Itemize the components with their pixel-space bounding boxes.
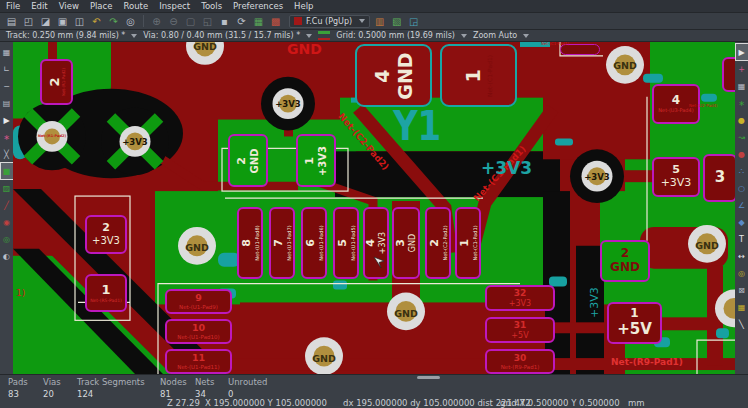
- via-r1-label[interactable]: Net-(R1-Pad2): [30, 135, 74, 139]
- text-tool-icon[interactable]: T: [736, 231, 748, 247]
- via-3v3-label[interactable]: +3V3: [575, 173, 619, 182]
- route-differential-icon[interactable]: ↝: [736, 129, 748, 145]
- open-board-icon[interactable]: ◰: [21, 14, 36, 28]
- place-via-icon[interactable]: ●: [736, 146, 748, 162]
- menu-preferences[interactable]: Preferences: [233, 1, 283, 11]
- grid-settings-icon[interactable]: ▦: [1, 44, 13, 60]
- pad-xtal-1[interactable]: 1+3V3: [296, 134, 336, 187]
- grid-select[interactable]: Grid: 0.5000 mm (19.69 mils): [336, 31, 467, 40]
- pad-30[interactable]: 30Net-(R9-Pad1): [485, 349, 555, 374]
- menu-file[interactable]: File: [6, 1, 20, 11]
- pad-y1-4[interactable]: 4GND: [355, 44, 432, 107]
- pad-u1-10[interactable]: 10Net-(U1-Pad10): [165, 319, 232, 344]
- draw-polygon-icon[interactable]: ◆: [736, 214, 748, 230]
- draw-arc-icon[interactable]: ∠: [736, 197, 748, 213]
- polar-coords-icon[interactable]: −: [1, 78, 13, 94]
- net-r9-pad1-label[interactable]: Net-(R9-Pad1): [611, 358, 683, 367]
- select-tool-icon[interactable]: ▶: [736, 44, 748, 60]
- refresh-icon[interactable]: ⟳: [234, 14, 249, 28]
- pad-u1-5[interactable]: 5Net-(U1-Pad5): [333, 207, 359, 279]
- net-u2-small-label[interactable]: Net-(U2-Pad4): [689, 104, 717, 108]
- pad-r1-2[interactable]: 2Net-(R1-Pad2): [40, 59, 73, 105]
- pad-partial-tr[interactable]: [722, 57, 735, 92]
- measure-units-icon[interactable]: ∟: [1, 61, 13, 77]
- pad-5v-1[interactable]: 1+5V: [607, 302, 662, 344]
- track-width-select[interactable]: Track: 0.250 mm (9.84 mils) *: [6, 31, 137, 40]
- pad-u1-7[interactable]: 7Net-(U1-Pad7): [269, 207, 295, 279]
- via-size-select[interactable]: Via: 0.80 / 0.40 mm (31.5 / 15.7 mils) *: [143, 31, 312, 40]
- pad-31[interactable]: 31+5V: [485, 317, 555, 343]
- delete-tool-icon[interactable]: ⊠: [736, 282, 748, 298]
- zoom-select[interactable]: Zoom Auto: [473, 31, 529, 40]
- via-gnd-label[interactable]: GND: [183, 42, 227, 52]
- grid-origin-icon[interactable]: ▦: [736, 299, 748, 315]
- menu-edit[interactable]: Edit: [31, 1, 47, 11]
- route-tracks-icon[interactable]: +: [736, 61, 748, 77]
- pad-u1-3[interactable]: 3GND: [392, 207, 420, 279]
- pad-y1-1[interactable]: 1Net-(C1-Pad1): [440, 44, 517, 107]
- zoom-out-icon[interactable]: ⊖: [166, 14, 181, 28]
- pad-left-2[interactable]: 2+3V3: [85, 215, 127, 254]
- measure-tool-icon[interactable]: ╲: [736, 316, 748, 332]
- via-gnd-label[interactable]: GND: [384, 309, 428, 319]
- via-gnd-label[interactable]: GND: [175, 243, 219, 253]
- pad-32[interactable]: 32+3V3: [485, 285, 555, 311]
- pad-gnd-2[interactable]: 2GND: [600, 240, 650, 282]
- menu-view[interactable]: View: [59, 1, 79, 11]
- footprint-editor-icon[interactable]: ▦: [251, 14, 266, 28]
- via-3v3-label[interactable]: +3V3: [266, 100, 310, 109]
- draw-circle-icon[interactable]: ○: [736, 180, 748, 196]
- pad-u1-11[interactable]: 11Net-(U1-Pad11): [165, 349, 232, 374]
- track-width-icon[interactable]: [318, 31, 330, 40]
- bcu-3v3-vertical-label[interactable]: +3V3: [589, 278, 600, 328]
- zone-fill-mode-icon[interactable]: ■: [1, 163, 13, 179]
- dimension-tool-icon[interactable]: ↔: [736, 248, 748, 264]
- find-icon[interactable]: ◎: [123, 14, 138, 28]
- pcb-canvas[interactable]: 2Net-(R1-Pad2) 4GND 1Net-(C1-Pad1) 2GND …: [13, 42, 735, 374]
- menu-tools[interactable]: Tools: [201, 1, 222, 11]
- ratsnest-icon[interactable]: ∗: [1, 129, 13, 145]
- tune-length-icon[interactable]: ∗: [736, 95, 748, 111]
- update-pcb-icon[interactable]: ▩: [268, 14, 283, 28]
- cursor-shape-icon[interactable]: ▶: [1, 112, 13, 128]
- pad-u1-2[interactable]: 2Net-(C2-Pad2): [425, 207, 451, 279]
- pad-u1-6[interactable]: 6Net-(U1-Pad6): [301, 207, 327, 279]
- track-outline-icon[interactable]: ╱: [1, 197, 13, 213]
- pad-u1-9[interactable]: 9Net-(U1-Pad9): [165, 289, 232, 314]
- via-3v3-label[interactable]: +3V3: [113, 138, 157, 147]
- pad-u1-1[interactable]: 1Net-(C1-Pad1): [455, 207, 481, 279]
- via-gnd-label[interactable]: GND: [685, 241, 729, 251]
- print-icon[interactable]: ▣: [55, 14, 70, 28]
- pad-xtal-2[interactable]: 2GND: [228, 134, 268, 187]
- pad-partial-3[interactable]: 3: [703, 154, 735, 202]
- redo-icon[interactable]: ↷: [106, 14, 121, 28]
- menu-inspect[interactable]: Inspect: [159, 1, 190, 11]
- pad-left-1[interactable]: 1Net-(R5-Pad1): [85, 274, 127, 312]
- net-c1-small-label[interactable]: Net-(C1-Pad1): [541, 42, 569, 46]
- via-tool-icon[interactable]: ▦: [736, 78, 748, 94]
- origin-tool-icon[interactable]: ◎: [736, 265, 748, 281]
- pad-u1-8[interactable]: 8Net-(U1-Pad8): [237, 207, 263, 279]
- pad-right-5[interactable]: 5+3V3: [652, 157, 700, 197]
- new-board-icon[interactable]: ▤: [4, 14, 19, 28]
- marker-icon[interactable]: ▪: [217, 14, 232, 28]
- high-contrast-icon[interactable]: ▧: [389, 14, 404, 28]
- plot-icon[interactable]: ◫: [72, 14, 87, 28]
- menu-place[interactable]: Place: [90, 1, 113, 11]
- via-gnd-label[interactable]: GND: [302, 354, 346, 364]
- net-partial-label[interactable]: 1): [16, 289, 25, 298]
- units-icon[interactable]: ▤: [1, 95, 13, 111]
- save-icon[interactable]: ◪: [38, 14, 53, 28]
- menu-route[interactable]: Route: [123, 1, 148, 11]
- high-contrast-mode-icon[interactable]: ◐: [1, 248, 13, 264]
- menu-help[interactable]: Help: [294, 1, 313, 11]
- pad-outline-icon[interactable]: ◎: [1, 231, 13, 247]
- zoom-in-icon[interactable]: ⊕: [149, 14, 164, 28]
- viewer-3d-icon[interactable]: ◲: [406, 14, 421, 28]
- bcu-3v3-label[interactable]: +3V3: [481, 160, 532, 177]
- via-gnd-label[interactable]: GND: [603, 61, 647, 71]
- undo-icon[interactable]: ↶: [89, 14, 104, 28]
- via-outline-icon[interactable]: ◉: [1, 214, 13, 230]
- layer-manager-icon[interactable]: ▥: [372, 14, 387, 28]
- y1-ref-label[interactable]: Y1: [393, 106, 441, 146]
